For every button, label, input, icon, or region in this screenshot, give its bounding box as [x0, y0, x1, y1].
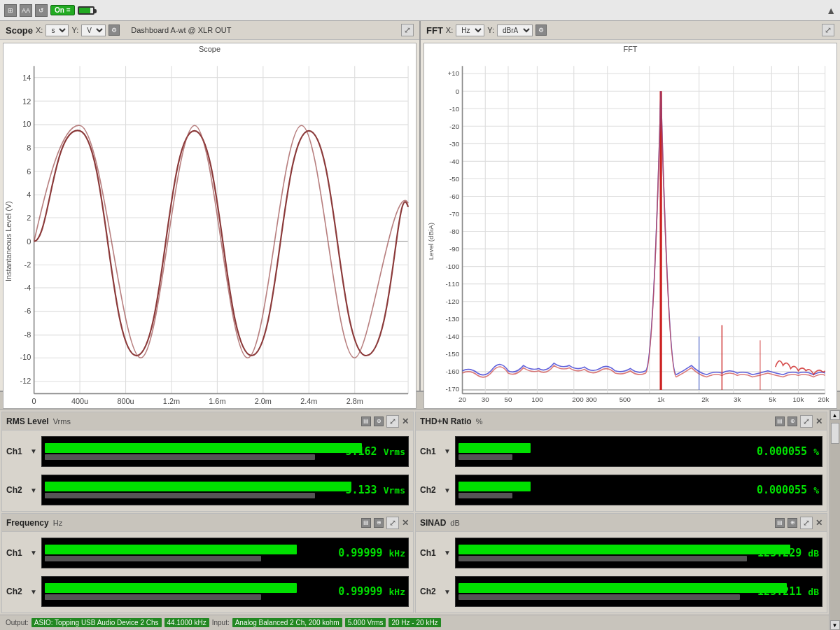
svg-text:800u: 800u	[117, 397, 134, 405]
fft-chart-area: FFT	[424, 43, 837, 409]
rms-ch1-bar-gray	[45, 454, 315, 460]
scope-svg: 14 12 10 8 6 4 2 0 -2 -4 -6 -8 -10 -12	[4, 55, 416, 405]
svg-text:+10: +10	[448, 69, 460, 77]
thd-settings-icon[interactable]: ▤	[775, 416, 785, 426]
scope-expand-btn[interactable]: ⤢	[401, 24, 414, 36]
freq-ch2-label: Ch2	[6, 587, 26, 596]
thd-ch2-value: 0.000055 %	[757, 484, 819, 496]
app-icon-2: AA	[20, 4, 32, 17]
scope-dashboard-label: Dashboard A-wt @ XLR OUT	[131, 26, 231, 34]
title-expand-icon[interactable]: ▲	[826, 5, 836, 16]
fft-panel: FFT X: Hz Y: dBrA ⚙ ⤢ FFT	[421, 21, 840, 391]
thd-ch1-bar-green	[458, 443, 531, 453]
svg-text:-170: -170	[446, 385, 460, 393]
input-freq-badge: 20 Hz - 20 kHz	[388, 618, 440, 627]
svg-text:10k: 10k	[793, 396, 804, 403]
scope-y-select[interactable]: V	[81, 24, 106, 36]
bottom-with-scroll: RMS Level Vrms ▤ ⊕ ⤢ ✕ Ch1	[0, 410, 840, 630]
svg-text:Level (dBiA): Level (dBiA)	[427, 223, 435, 260]
rms-unit: Vrms	[53, 417, 71, 426]
thd-ch2-bar-green	[458, 482, 531, 491]
freq-close-btn[interactable]: ✕	[402, 518, 409, 528]
freq-ch2-bar-gray	[45, 594, 261, 600]
rms-config-icon[interactable]: ⊕	[374, 416, 384, 426]
on-badge[interactable]: On =	[50, 5, 75, 15]
freq-ch2-row: Ch2 ▼ 0.99999 kHz	[6, 576, 409, 607]
svg-text:14: 14	[22, 74, 31, 82]
status-bar: Output: ASIO: Topping USB Audio Device 2…	[0, 615, 829, 630]
freq-ch2-arrow[interactable]: ▼	[30, 588, 37, 596]
rms-ch1-arrow[interactable]: ▼	[30, 447, 37, 455]
sinad-ch1-row: Ch1 ▼ 125.229 dB	[420, 538, 822, 568]
scope-settings-icon[interactable]: ⚙	[108, 24, 120, 36]
svg-text:-90: -90	[449, 245, 460, 253]
output-device-badge: ASIO: Topping USB Audio Device 2 Chs	[31, 618, 162, 627]
sinad-config-icon[interactable]: ⊕	[788, 518, 797, 528]
svg-text:-150: -150	[446, 350, 460, 358]
scroll-up-btn[interactable]: ▲	[830, 410, 840, 420]
main-content: Scope X: s Y: V ⚙ Dashboard A-wt @ XLR O…	[0, 21, 840, 630]
svg-text:0: 0	[456, 88, 460, 95]
thd-config-icon[interactable]: ⊕	[788, 416, 797, 426]
freq-ch1-bar-green	[45, 545, 298, 554]
svg-text:-50: -50	[449, 175, 460, 183]
sinad-ch1-bar-green	[458, 545, 790, 554]
svg-text:-4: -4	[24, 284, 31, 292]
fft-x-label: X:	[446, 26, 453, 34]
output-freq-badge: 44.1000 kHz	[164, 618, 209, 627]
rms-ch2-arrow[interactable]: ▼	[30, 486, 37, 494]
rms-settings-icon[interactable]: ▤	[361, 416, 371, 426]
sinad-ch1-bar: 125.229 dB	[455, 538, 822, 568]
scroll-down-btn[interactable]: ▼	[830, 620, 840, 630]
freq-meter-rows: Ch1 ▼ 0.99999 kHz	[2, 532, 413, 612]
freq-ch2-bar: 0.99999 kHz	[41, 576, 409, 607]
freq-ch2-value: 0.99999 kHz	[338, 585, 405, 598]
svg-text:0: 0	[32, 397, 36, 405]
fft-y-select[interactable]: dBrA	[497, 24, 533, 36]
thd-meter-rows: Ch1 ▼ 0.000055 %	[416, 430, 827, 511]
freq-config-icon[interactable]: ⊕	[374, 518, 384, 528]
svg-text:5k: 5k	[769, 396, 776, 403]
thd-unit: %	[476, 417, 483, 426]
meters-grid: RMS Level Vrms ▤ ⊕ ⤢ ✕ Ch1	[0, 410, 829, 615]
fft-settings-icon[interactable]: ⚙	[536, 24, 547, 36]
rms-expand-btn[interactable]: ⤢	[386, 415, 399, 428]
scope-x-select[interactable]: s	[46, 24, 69, 36]
sinad-ch2-arrow[interactable]: ▼	[444, 588, 451, 596]
rms-close-btn[interactable]: ✕	[402, 416, 409, 426]
rms-ch1-bar: 5.162 Vrms	[41, 436, 409, 467]
svg-text:-10: -10	[449, 105, 460, 113]
fft-x-select[interactable]: Hz	[456, 24, 484, 36]
thd-meter-header: THD+N Ratio % ▤ ⊕ ⤢ ✕	[416, 412, 827, 430]
thd-ch2-arrow[interactable]: ▼	[444, 486, 451, 494]
svg-text:-60: -60	[449, 192, 460, 200]
freq-ch1-arrow[interactable]: ▼	[30, 549, 37, 556]
scroll-track	[830, 420, 840, 620]
scope-y-label: Y:	[71, 26, 78, 34]
fft-title: FFT	[426, 25, 443, 36]
freq-unit: Hz	[53, 519, 62, 527]
sinad-expand-btn[interactable]: ⤢	[800, 517, 813, 529]
scope-svg-container: 14 12 10 8 6 4 2 0 -2 -4 -6 -8 -10 -12	[4, 55, 416, 405]
svg-text:1.2m: 1.2m	[163, 397, 180, 405]
freq-settings-icon[interactable]: ▤	[361, 518, 371, 528]
sinad-ch1-arrow[interactable]: ▼	[444, 549, 451, 556]
sinad-title: SINAD	[420, 518, 446, 528]
app-icon-3[interactable]: ↺	[35, 4, 48, 17]
thd-ch2-bar-gray	[458, 493, 512, 498]
thd-ch1-value: 0.000055 %	[757, 445, 819, 458]
sinad-close-btn[interactable]: ✕	[816, 518, 822, 528]
thd-expand-btn[interactable]: ⤢	[800, 415, 813, 428]
sinad-settings-icon[interactable]: ▤	[775, 518, 785, 528]
thd-ch1-arrow[interactable]: ▼	[444, 447, 451, 455]
fft-expand-btn[interactable]: ⤢	[822, 24, 834, 36]
freq-expand-btn[interactable]: ⤢	[386, 517, 399, 529]
freq-ch1-bar: 0.99999 kHz	[41, 538, 409, 568]
thd-close-btn[interactable]: ✕	[816, 416, 822, 426]
sinad-ch2-row: Ch2 ▼ 125.211 dB	[420, 576, 822, 607]
svg-text:-80: -80	[449, 227, 460, 235]
scroll-thumb[interactable]	[831, 423, 839, 444]
scope-panel: Scope X: s Y: V ⚙ Dashboard A-wt @ XLR O…	[0, 21, 421, 391]
svg-text:400u: 400u	[71, 397, 88, 405]
fft-header: FFT X: Hz Y: dBrA ⚙ ⤢	[421, 21, 840, 40]
